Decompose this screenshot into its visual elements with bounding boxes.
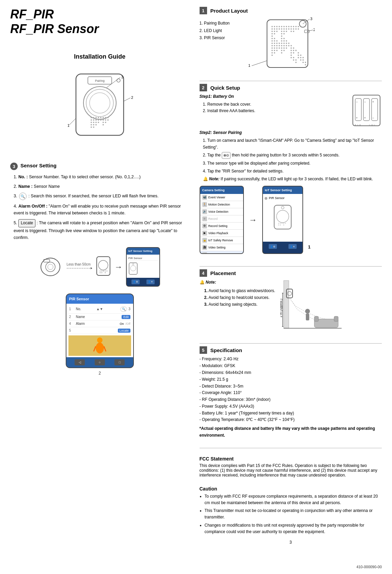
svg-point-118 [283, 43, 285, 44]
less-than-50cm-label: Less than 50cm [65, 262, 92, 271]
step1-item2: 2. Install three AAA batteries. [203, 108, 345, 114]
step2-items: 1. Turn on camera and launch "iSmart-CAM… [203, 137, 382, 182]
sensor-setting-content: 1. No. : Sensor Number. Tap it to select… [14, 173, 189, 243]
iot-phone-btn1: 👤⚙ [131, 280, 140, 284]
svg-point-164 [300, 59, 301, 61]
svg-point-108 [274, 40, 275, 42]
svg-point-69 [281, 26, 282, 27]
phone-title-text: PIR Sensor [69, 297, 89, 301]
svg-point-119 [286, 43, 287, 44]
svg-point-101 [271, 35, 273, 37]
spec-item-power: - Power Supply: 4.5V (AAAx3) [200, 403, 382, 410]
svg-point-9 [95, 117, 97, 118]
placement-content: 🔔 Note: 1. Avoid facing to glass windows… [200, 279, 382, 334]
svg-point-99 [281, 33, 282, 34]
camera-setting-items: 📹 Event Viewer 🚶 Motion Detection 🔊 Voic… [200, 194, 243, 254]
svg-point-150 [291, 52, 292, 54]
menu-record: ⏺ Record [200, 215, 243, 223]
svg-point-32 [103, 122, 104, 123]
svg-point-134 [281, 47, 282, 49]
svg-point-12 [91, 119, 92, 121]
spec-item-battery: - Battery Life: 1 year* (Triggered twent… [200, 410, 382, 417]
placement-note3: 3. Avoid facing swing objects. [204, 301, 276, 308]
caution-item3: Changes or modifications to this unit no… [205, 522, 382, 535]
locate-btn-phone[interactable]: Locate [118, 329, 130, 333]
svg-point-122 [274, 45, 275, 46]
svg-point-98 [274, 33, 275, 34]
svg-point-167 [302, 62, 304, 63]
placement-note2: 2. Avoid facing to heat/cold sources. [204, 294, 276, 301]
section3-title: Sensor Setting [20, 163, 57, 168]
record-setting-icon: ⚙ [202, 224, 207, 228]
device-image-large: Pairing [10, 67, 189, 152]
arrow-icon: → [114, 262, 123, 272]
svg-point-196 [278, 224, 279, 225]
placement-diagram: 2 m (Approx.) [280, 279, 335, 334]
divider4 [200, 448, 382, 448]
svg-line-37 [124, 98, 130, 101]
section1-block: 1 Product Layout 1. Pairing Button 2. LE… [200, 7, 382, 72]
svg-point-90 [274, 31, 275, 32]
phone-nav-btn1: ◁ [75, 359, 85, 365]
svg-point-212 [305, 309, 310, 314]
svg-point-127 [286, 45, 287, 46]
svg-rect-178 [353, 95, 380, 126]
svg-point-146 [295, 50, 297, 51]
svg-point-16 [100, 119, 101, 121]
section2-header: 2 Quick Setup [200, 84, 382, 91]
divider2 [200, 266, 382, 267]
svg-point-125 [281, 45, 282, 46]
svg-point-191 [277, 210, 289, 223]
svg-point-29 [103, 119, 104, 121]
svg-text:+: + [372, 100, 374, 104]
svg-point-107 [271, 40, 273, 42]
svg-text:2: 2 [131, 95, 133, 100]
svg-point-121 [271, 45, 273, 46]
spec-item-freq: - Frequency: 2.4G Hz [200, 356, 382, 363]
svg-point-147 [271, 52, 273, 54]
svg-point-50 [101, 271, 102, 272]
record-icon: ⏺ [202, 216, 207, 221]
svg-line-39 [107, 77, 120, 88]
spec-note: *Actual operating distance and battery l… [200, 425, 382, 439]
svg-point-81 [281, 28, 282, 30]
step2-item3: 3. The sensor type will be displayed aft… [203, 160, 382, 167]
svg-point-194 [280, 223, 281, 224]
menu-iot-safety: 🔒 IoT Safety Remove [200, 237, 243, 244]
locate-button-example: Locate [18, 219, 35, 227]
svg-point-198 [283, 223, 284, 224]
svg-point-53 [101, 272, 102, 273]
svg-point-124 [279, 45, 280, 46]
svg-point-58 [130, 266, 136, 271]
fcc-title: FCC Statement [200, 456, 382, 462]
step2-item4: 4. Tap the "RIR Sensor" for detailed set… [203, 168, 382, 175]
svg-point-100 [283, 33, 285, 34]
svg-point-59 [132, 263, 134, 265]
spec-item-mod: - Modulation: GFSK [200, 363, 382, 369]
pairing-scene: Less than 50cm → IoT Sensor Setting [10, 247, 189, 287]
svg-point-115 [276, 43, 278, 44]
svg-point-72 [288, 26, 289, 27]
svg-point-106 [283, 38, 285, 39]
edit-btn-phone: Edit [122, 315, 130, 319]
svg-point-197 [280, 224, 281, 225]
menu-event-viewer: 📹 Event Viewer [200, 194, 243, 201]
svg-point-77 [271, 28, 273, 30]
section1-number: 1 [200, 7, 207, 14]
svg-point-162 [293, 59, 294, 61]
svg-point-54 [105, 271, 106, 272]
svg-point-74 [293, 26, 294, 27]
sensor-setting-item5: 5. Locate : The camera will rotate to a … [14, 219, 189, 241]
svg-point-80 [279, 28, 280, 30]
svg-marker-46 [91, 267, 92, 269]
svg-point-157 [291, 57, 292, 58]
svg-text:Pairing: Pairing [95, 79, 105, 82]
iot-pir-sensor-label: PIR Sensor [128, 256, 158, 261]
svg-point-135 [283, 47, 285, 49]
battery-illustration: − + − + + − + − + − + − [351, 93, 382, 130]
playback-icon: ▶ [202, 231, 207, 236]
svg-point-23 [95, 124, 97, 125]
menu-video-setting: 🎥 Video Setting [200, 244, 243, 251]
svg-point-61 [96, 343, 104, 353]
bottom-screenshot-area: PIR Sensor 1 No. ▲▼ 🔍 3 2 [10, 293, 189, 376]
